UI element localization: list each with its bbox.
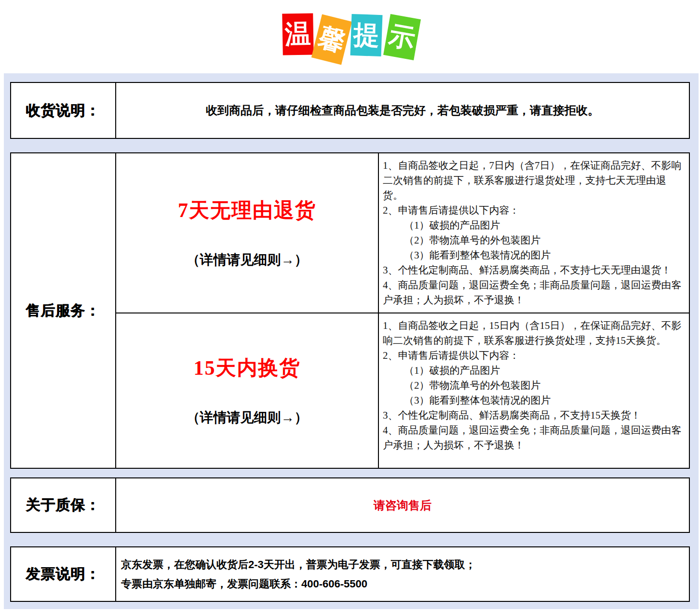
return-policy-headline: 7天无理由退货: [178, 197, 316, 224]
return-policy-cell: 7天无理由退货 （详情请见细则→）: [116, 153, 379, 313]
warm-tips-logo: 温 馨 提 示: [283, 0, 417, 62]
detail-line: （2）带物流单号的外包装图片: [383, 378, 684, 393]
return-policy-details: 1、自商品签收之日起，7日内（含7日），在保证商品完好、不影响二次销售的前提下，…: [379, 153, 689, 313]
detail-line: 1、自商品签收之日起，15日内（含15日），在保证商品完好、不影响二次销售的前提…: [383, 318, 684, 348]
logo-tile-xin: 馨: [311, 14, 352, 65]
warranty-label: 关于质保：: [26, 495, 101, 515]
receiving-table: 收货说明： 收到商品后，请仔细检查商品包装是否完好，若包装破损严重，请直接拒收。: [10, 82, 690, 139]
invoice-line: 京东发票，在您确认收货后2-3天开出，普票为电子发票，可直接下载领取；: [121, 555, 689, 574]
receiving-label: 收货说明：: [26, 101, 101, 121]
exchange-policy-headline: 15天内换货: [194, 354, 301, 381]
after-sales-table: 售后服务： 7天无理由退货 （详情请见细则→） 1、自商品签收之日起，7日内（含…: [10, 152, 690, 469]
warranty-content-cell: 请咨询售后: [116, 478, 689, 532]
receiving-content: 收到商品后，请仔细检查商品包装是否完好，若包装破损严重，请直接拒收。: [196, 103, 609, 118]
warranty-content: 请咨询售后: [374, 498, 431, 513]
logo-tile-wen: 温: [282, 13, 313, 55]
invoice-label-cell: 发票说明：: [11, 547, 116, 601]
return-policy-note: （详情请见细则→）: [187, 251, 308, 269]
invoice-content-cell: 京东发票，在您确认收货后2-3天开出，普票为电子发票，可直接下载领取； 专票由京…: [116, 547, 689, 601]
exchange-policy-note: （详情请见细则→）: [187, 408, 308, 427]
detail-line: （1）破损的产品图片: [383, 363, 684, 378]
receiving-content-cell: 收到商品后，请仔细检查商品包装是否完好，若包装破损严重，请直接拒收。: [116, 83, 689, 138]
detail-line: 3、个性化定制商品、鲜活易腐类商品，不支持七天无理由退货！: [383, 263, 684, 278]
logo-char: 提: [353, 22, 380, 49]
exchange-policy-cell: 15天内换货 （详情请见细则→）: [116, 313, 379, 468]
logo-area: 温 馨 提 示: [0, 0, 700, 73]
logo-tile-shi: 示: [383, 14, 421, 60]
after-sales-label-cell: 售后服务：: [11, 153, 116, 468]
logo-char: 示: [387, 22, 417, 53]
detail-line: 1、自商品签收之日起，7日内（含7日），在保证商品完好、不影响二次销售的前提下，…: [383, 158, 684, 203]
logo-char: 温: [285, 21, 311, 48]
detail-line: 4、商品质量问题，退回运费全免；非商品质量问题，退回运费由客户承担；人为损坏，不…: [383, 423, 684, 453]
after-sales-label: 售后服务：: [26, 301, 101, 321]
warranty-label-cell: 关于质保：: [11, 478, 116, 532]
logo-char: 馨: [316, 24, 347, 55]
detail-line: 4、商品质量问题，退回运费全免；非商品质量问题，退回运费由客户承担；人为损坏，不…: [383, 278, 684, 308]
detail-line: （2）带物流单号的外包装图片: [383, 233, 684, 248]
receiving-label-cell: 收货说明：: [11, 83, 116, 138]
detail-line: （3）能看到整体包装情况的图片: [383, 248, 684, 263]
warranty-table: 关于质保： 请咨询售后: [10, 477, 690, 533]
logo-tile-ti: 提: [350, 14, 383, 56]
notice-panel: 收货说明： 收到商品后，请仔细检查商品包装是否完好，若包装破损严重，请直接拒收。…: [4, 73, 699, 609]
detail-line: 2、申请售后请提供以下内容：: [383, 203, 684, 218]
detail-line: （1）破损的产品图片: [383, 218, 684, 233]
exchange-policy-details: 1、自商品签收之日起，15日内（含15日），在保证商品完好、不影响二次销售的前提…: [379, 313, 689, 468]
invoice-label: 发票说明：: [26, 564, 101, 584]
detail-line: 3、个性化定制商品、鲜活易腐类商品，不支持15天换货！: [383, 408, 684, 423]
invoice-line: 专票由京东单独邮寄，发票问题联系：400-606-5500: [121, 574, 689, 594]
detail-line: （3）能看到整体包装情况的图片: [383, 393, 684, 408]
invoice-table: 发票说明： 京东发票，在您确认收货后2-3天开出，普票为电子发票，可直接下载领取…: [10, 546, 690, 602]
detail-line: 2、申请售后请提供以下内容：: [383, 348, 684, 363]
